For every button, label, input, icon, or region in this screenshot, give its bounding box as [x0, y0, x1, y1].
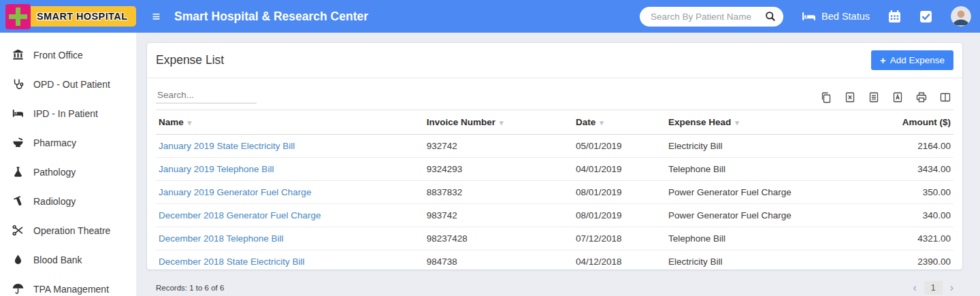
page-number[interactable]: 1	[924, 281, 943, 295]
excel-export-icon[interactable]	[844, 91, 856, 103]
sidebar-item-ipd[interactable]: IPD - In Patient	[0, 99, 136, 128]
card-header: Expense List + Add Expense	[147, 43, 962, 78]
building-icon	[12, 49, 24, 61]
page-title: Expense List	[156, 53, 224, 67]
date-cell: 08/01/2019	[573, 204, 666, 227]
table-row: January 2019 State Electricity Bill 9327…	[156, 135, 953, 158]
amount-cell: 350.00	[836, 181, 953, 204]
invoice-number-cell: 932742	[424, 135, 573, 158]
blood-drop-icon	[12, 254, 24, 265]
table-row: December 2018 Generator Fuel Charge 9837…	[156, 204, 953, 227]
app-root: SMART HOSPITAL ≡ Smart Hospital & Resear…	[0, 0, 980, 296]
records-summary: Records: 1 to 6 of 6	[156, 284, 224, 292]
expense-name-link[interactable]: January 2019 Telephone Bill	[159, 164, 274, 174]
sidebar-item-label: Radiology	[33, 196, 76, 207]
stethoscope-icon	[12, 78, 24, 90]
date-cell: 04/01/2019	[573, 158, 666, 181]
amount-cell: 4321.00	[836, 227, 953, 250]
print-icon[interactable]	[915, 91, 928, 103]
sidebar-item-opd[interactable]: OPD - Out Patient	[0, 69, 136, 99]
table-footer: Records: 1 to 6 of 6 ‹ 1 ›	[147, 274, 962, 296]
date-cell: 08/01/2019	[573, 181, 666, 204]
column-visibility-icon[interactable]	[939, 91, 951, 103]
sidebar-item-pathology[interactable]: Pathology	[0, 157, 136, 186]
table-row: December 2018 State Electricity Bill 984…	[156, 250, 953, 274]
add-expense-button[interactable]: + Add Expense	[871, 50, 953, 70]
expense-table: Name▾ Invoice Number▾ Date▾ Expense Head…	[156, 110, 953, 274]
app-title: Smart Hospital & Research Center	[174, 10, 368, 24]
sidebar-item-blood-bank[interactable]: Blood Bank	[0, 245, 136, 274]
expense-name-link[interactable]: December 2018 State Electricity Bill	[159, 257, 305, 267]
table-toolbar	[147, 78, 962, 110]
logo-text: SMART HOSPITAL	[26, 6, 136, 27]
bed-icon	[12, 108, 24, 119]
sidebar-item-label: IPD - In Patient	[33, 108, 98, 119]
add-expense-label: Add Expense	[890, 55, 945, 65]
column-header-invoice-number[interactable]: Invoice Number▾	[424, 110, 573, 135]
column-header-expense-head[interactable]: Expense Head▾	[666, 110, 836, 135]
expense-head-cell: Power Generator Fuel Charge	[666, 204, 836, 227]
umbrella-icon	[12, 283, 24, 295]
pdf-export-icon[interactable]	[892, 91, 904, 103]
date-cell: 04/12/2018	[573, 250, 666, 274]
column-header-date[interactable]: Date▾	[573, 110, 666, 135]
amount-cell: 2164.00	[836, 135, 953, 158]
sidebar-item-label: Pathology	[33, 167, 76, 178]
column-header-amount[interactable]: Amount ($)	[836, 110, 953, 135]
header-actions: Bed Status	[640, 6, 980, 27]
expense-head-cell: Electricity Bill	[666, 135, 836, 158]
table-search-input[interactable]	[156, 87, 257, 103]
hamburger-menu-icon[interactable]: ≡	[152, 10, 160, 23]
sort-caret-icon: ▾	[500, 118, 504, 127]
logo[interactable]: SMART HOSPITAL	[5, 4, 136, 29]
date-cell: 05/01/2019	[573, 135, 666, 158]
user-avatar[interactable]	[951, 6, 971, 27]
expense-name-link[interactable]: January 2019 State Electricity Bill	[159, 141, 295, 151]
table-row: January 2019 Telephone Bill 9324293 04/0…	[156, 158, 953, 181]
previous-page-icon[interactable]: ‹	[913, 282, 916, 293]
sidebar-item-radiology[interactable]: Radiology	[0, 186, 136, 216]
expense-head-cell: Telephone Bill	[666, 158, 836, 181]
expense-name-link[interactable]: December 2018 Telephone Bill	[159, 233, 284, 244]
invoice-number-cell: 9324293	[424, 158, 573, 181]
table-header-row: Name▾ Invoice Number▾ Date▾ Expense Head…	[156, 110, 953, 135]
sort-caret-icon: ▾	[600, 118, 604, 127]
expense-table-wrap: Name▾ Invoice Number▾ Date▾ Expense Head…	[147, 110, 962, 274]
amount-cell: 3434.00	[836, 158, 953, 181]
date-cell: 07/12/2018	[573, 227, 666, 250]
invoice-number-cell: 8837832	[424, 181, 573, 204]
expense-head-cell: Electricity Bill	[666, 250, 836, 274]
invoice-number-cell: 983742	[424, 204, 573, 227]
copy-icon[interactable]	[820, 91, 832, 103]
invoice-number-cell: 984738	[424, 250, 573, 274]
sidebar-item-label: TPA Management	[33, 284, 109, 295]
csv-export-icon[interactable]	[868, 91, 880, 103]
patient-search	[640, 7, 783, 27]
sidebar-item-label: Blood Bank	[33, 254, 82, 265]
scissors-icon	[12, 225, 24, 236]
pagination: ‹ 1 ›	[913, 281, 953, 295]
hospital-cross-icon	[5, 4, 31, 29]
column-header-name[interactable]: Name▾	[156, 110, 424, 135]
expense-name-link[interactable]: December 2018 Generator Fuel Charge	[159, 210, 321, 220]
sidebar-item-label: OPD - Out Patient	[33, 79, 110, 90]
sidebar-item-front-office[interactable]: Front Office	[0, 40, 136, 69]
calendar-icon[interactable]	[888, 10, 901, 23]
bed-status-button[interactable]: Bed Status	[802, 11, 870, 22]
next-page-icon[interactable]: ›	[950, 282, 953, 293]
search-icon[interactable]	[765, 11, 776, 22]
amount-cell: 340.00	[836, 204, 953, 227]
expense-list-card: Expense List + Add Expense	[146, 42, 963, 270]
tasks-check-icon[interactable]	[919, 10, 932, 23]
sidebar-item-operation-theatre[interactable]: Operation Theatre	[0, 216, 136, 245]
patient-search-input[interactable]	[649, 11, 765, 22]
sidebar-item-tpa-management[interactable]: TPA Management	[0, 274, 136, 296]
sidebar-item-pharmacy[interactable]: Pharmacy	[0, 128, 136, 157]
plus-icon: +	[880, 55, 886, 65]
expense-head-cell: Telephone Bill	[666, 227, 836, 250]
bed-icon	[802, 11, 816, 22]
sidebar: Front Office OPD - Out Patient IPD - In …	[0, 33, 136, 296]
table-row: December 2018 Telephone Bill 98237428 07…	[156, 227, 953, 250]
expense-name-link[interactable]: January 2019 Generator Fuel Charge	[159, 187, 311, 197]
beaker-icon	[12, 195, 24, 207]
